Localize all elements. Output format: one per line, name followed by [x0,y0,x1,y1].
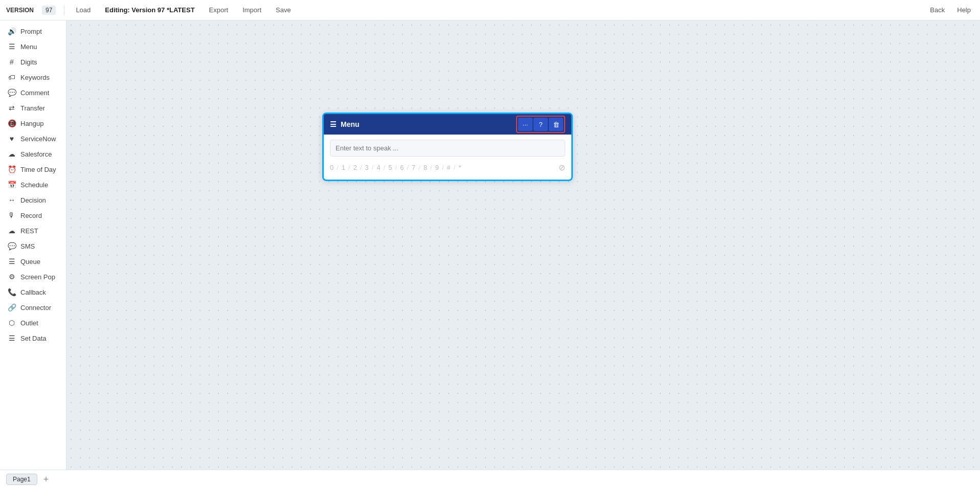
sidebar: 🔊 Prompt ☰ Menu # Digits 🏷 Keywords 💬 Co… [0,20,66,470]
digit-*[interactable]: * [458,164,461,171]
connector-icon: 🔗 [7,303,16,312]
digit-separator: / [372,164,374,171]
sidebar-item-callback[interactable]: 📞 Callback [0,284,66,300]
sidebar-item-salesforce[interactable]: ☁ Salesforce [0,146,66,162]
digit-separator: / [348,164,350,171]
decision-icon: ↔ [7,196,16,204]
sidebar-label-decision: Decision [20,196,46,204]
digit-3[interactable]: 3 [365,164,369,171]
help-button[interactable]: Help [954,4,974,16]
sidebar-label-prompt: Prompt [20,28,42,35]
save-button[interactable]: Save [273,4,294,16]
sidebar-label-setdata: Set Data [20,335,47,342]
load-button[interactable]: Load [73,4,94,16]
speak-text-input[interactable] [330,140,565,157]
sidebar-item-connector[interactable]: 🔗 Connector [0,300,66,315]
editing-label: Editing: Version 97 *LATEST [102,4,197,16]
sms-icon: 💬 [7,242,16,250]
canvas[interactable]: ☰ Menu ··· ? 🗑 0/1/2/3/4/5/6/7/8/9/#/*⊘ [66,20,980,470]
transfer-icon: ⇄ [7,104,16,112]
export-button[interactable]: Export [206,4,232,16]
menu-node-digits: 0/1/2/3/4/5/6/7/8/9/#/*⊘ [330,162,565,173]
digit-separator: / [384,164,386,171]
import-button[interactable]: Import [239,4,264,16]
topbar: VERSION 97 Load Editing: Version 97 *LAT… [0,0,980,20]
sidebar-item-digits[interactable]: # Digits [0,54,66,70]
menu-node-body: 0/1/2/3/4/5/6/7/8/9/#/*⊘ [324,135,571,180]
digit-5[interactable]: 5 [388,164,392,171]
sidebar-item-decision[interactable]: ↔ Decision [0,192,66,208]
sidebar-item-outlet[interactable]: ⬡ Outlet [0,315,66,330]
keywords-icon: 🏷 [7,73,16,81]
digit-separator: / [395,164,397,171]
main-layout: 🔊 Prompt ☰ Menu # Digits 🏷 Keywords 💬 Co… [0,20,980,470]
sidebar-label-rest: REST [20,227,38,235]
digit-separator: / [360,164,362,171]
setdata-icon: ☰ [7,334,16,342]
back-button[interactable]: Back [927,4,948,16]
callback-icon: 📞 [7,288,16,296]
no-entry-icon[interactable]: ⊘ [559,163,565,172]
menu-node-title-icon: ☰ [330,120,337,128]
outlet-icon: ⬡ [7,319,16,327]
sidebar-label-queue: Queue [20,258,40,265]
record-icon: 🎙 [7,211,16,219]
salesforce-icon: ☁ [7,150,16,158]
sidebar-item-timeofday[interactable]: ⏰ Time of Day [0,162,66,177]
digit-7[interactable]: 7 [412,164,415,171]
sidebar-item-record[interactable]: 🎙 Record [0,208,66,223]
digit-separator: / [454,164,456,171]
sidebar-label-keywords: Keywords [20,74,50,81]
digit-6[interactable]: 6 [400,164,404,171]
rest-icon: ☁ [7,227,16,235]
sidebar-item-queue[interactable]: ☰ Queue [0,254,66,269]
digit-separator: / [407,164,409,171]
digit-#[interactable]: # [447,164,451,171]
sidebar-label-sms: SMS [20,242,35,250]
hangup-icon: 📵 [7,119,16,127]
menu-node-help-button[interactable]: ? [533,118,548,131]
menu-node-title: ☰ Menu [330,120,360,128]
bottombar: Page1 + [0,470,980,488]
prompt-icon: 🔊 [7,27,16,35]
menu-node-delete-button[interactable]: 🗑 [549,118,563,131]
sidebar-item-transfer[interactable]: ⇄ Transfer [0,100,66,116]
schedule-icon: 📅 [7,181,16,189]
digit-separator: / [418,164,420,171]
menu-icon: ☰ [7,42,16,51]
digit-2[interactable]: 2 [353,164,357,171]
sidebar-label-salesforce: Salesforce [20,150,52,158]
sidebar-item-schedule[interactable]: 📅 Schedule [0,177,66,192]
page-tab[interactable]: Page1 [6,474,37,485]
sidebar-item-sms[interactable]: 💬 SMS [0,238,66,254]
menu-node-header: ☰ Menu ··· ? 🗑 [324,114,571,135]
comment-icon: 💬 [7,88,16,97]
sidebar-item-screenpop[interactable]: ⚙ Screen Pop [0,269,66,284]
version-number: 97 [42,6,56,15]
sidebar-item-servicenow[interactable]: ♥ ServiceNow [0,131,66,146]
sidebar-item-hangup[interactable]: 📵 Hangup [0,116,66,131]
sidebar-item-prompt[interactable]: 🔊 Prompt [0,24,66,39]
digit-0[interactable]: 0 [330,164,333,171]
menu-node-actions: ··· ? 🗑 [516,116,565,133]
screenpop-icon: ⚙ [7,273,16,281]
queue-icon: ☰ [7,257,16,265]
sidebar-item-menu[interactable]: ☰ Menu [0,39,66,54]
topbar-right: Back Help [927,4,974,16]
timeofday-icon: ⏰ [7,165,16,173]
add-page-button[interactable]: + [41,475,51,484]
sidebar-label-connector: Connector [20,304,51,312]
sidebar-label-record: Record [20,212,42,219]
digit-8[interactable]: 8 [424,164,427,171]
sidebar-item-comment[interactable]: 💬 Comment [0,85,66,100]
sidebar-item-setdata[interactable]: ☰ Set Data [0,330,66,346]
digit-1[interactable]: 1 [342,164,345,171]
menu-node-dots-button[interactable]: ··· [518,118,532,131]
digit-4[interactable]: 4 [376,164,380,171]
sidebar-label-menu: Menu [20,43,37,51]
sidebar-item-rest[interactable]: ☁ REST [0,223,66,238]
sidebar-item-keywords[interactable]: 🏷 Keywords [0,70,66,85]
digit-separator: / [337,164,339,171]
sidebar-label-schedule: Schedule [20,181,48,189]
digit-9[interactable]: 9 [435,164,439,171]
